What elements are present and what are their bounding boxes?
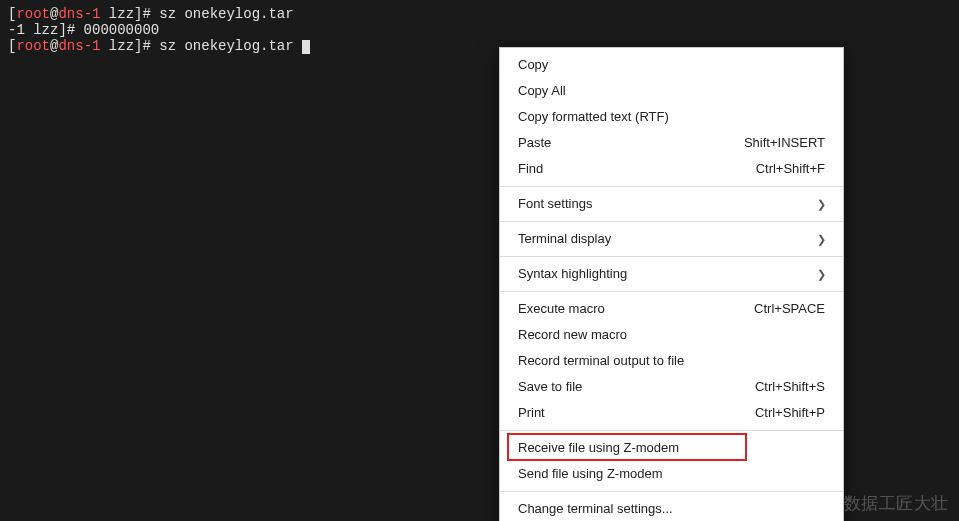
terminal-line: -1 lzz]# 000000000 bbox=[8, 22, 951, 38]
terminal-context-menu: CopyCopy AllCopy formatted text (RTF)Pas… bbox=[499, 47, 844, 521]
menu-separator bbox=[500, 430, 843, 431]
menu-item-label: Record new macro bbox=[518, 322, 825, 348]
menu-item-label: Find bbox=[518, 156, 736, 182]
menu-item-copy-all[interactable]: Copy All bbox=[500, 78, 843, 104]
menu-item-shortcut: Shift+INSERT bbox=[744, 130, 825, 156]
prompt-command: sz onekeylog.tar bbox=[159, 38, 293, 54]
menu-item-shortcut: Ctrl+Shift+P bbox=[755, 400, 825, 426]
prompt-command: sz onekeylog.tar bbox=[159, 6, 293, 22]
menu-item-label: Copy formatted text (RTF) bbox=[518, 104, 825, 130]
menu-item-label: Send file using Z-modem bbox=[518, 461, 825, 487]
chevron-right-icon: ❯ bbox=[817, 226, 825, 252]
chevron-right-icon: ❯ bbox=[817, 261, 825, 287]
menu-item-send-zmodem[interactable]: Send file using Z-modem bbox=[500, 461, 843, 487]
menu-item-label: Record terminal output to file bbox=[518, 348, 825, 374]
cursor bbox=[302, 40, 310, 54]
menu-item-receive-zmodem[interactable]: Receive file using Z-modem bbox=[500, 435, 843, 461]
menu-item-syntax-highlighting[interactable]: Syntax highlighting❯ bbox=[500, 261, 843, 287]
menu-item-copy[interactable]: Copy bbox=[500, 52, 843, 78]
menu-item-font-settings[interactable]: Font settings❯ bbox=[500, 191, 843, 217]
menu-item-label: Paste bbox=[518, 130, 724, 156]
menu-item-paste[interactable]: PasteShift+INSERT bbox=[500, 130, 843, 156]
menu-item-copy-rtf[interactable]: Copy formatted text (RTF) bbox=[500, 104, 843, 130]
menu-item-label: Font settings bbox=[518, 191, 797, 217]
menu-item-find[interactable]: FindCtrl+Shift+F bbox=[500, 156, 843, 182]
menu-item-label: Save to file bbox=[518, 374, 735, 400]
prompt-user: root bbox=[16, 38, 50, 54]
chevron-right-icon: ❯ bbox=[817, 191, 825, 217]
menu-item-label: Print bbox=[518, 400, 735, 426]
prompt-host: dns-1 bbox=[58, 6, 100, 22]
menu-item-label: Change terminal settings... bbox=[518, 496, 825, 521]
menu-item-shortcut: Ctrl+Shift+S bbox=[755, 374, 825, 400]
menu-item-execute-macro[interactable]: Execute macroCtrl+SPACE bbox=[500, 296, 843, 322]
menu-separator bbox=[500, 221, 843, 222]
menu-item-terminal-display[interactable]: Terminal display❯ bbox=[500, 226, 843, 252]
menu-separator bbox=[500, 291, 843, 292]
menu-item-shortcut: Ctrl+SPACE bbox=[754, 296, 825, 322]
menu-separator bbox=[500, 491, 843, 492]
menu-separator bbox=[500, 256, 843, 257]
menu-item-change-terminal-settings[interactable]: Change terminal settings... bbox=[500, 496, 843, 521]
terminal-line: [root@dns-1 lzz]# sz onekeylog.tar bbox=[8, 6, 951, 22]
menu-item-label: Receive file using Z-modem bbox=[518, 435, 825, 461]
menu-item-label: Copy All bbox=[518, 78, 825, 104]
menu-item-label: Copy bbox=[518, 52, 825, 78]
menu-item-save-to-file[interactable]: Save to fileCtrl+Shift+S bbox=[500, 374, 843, 400]
menu-item-record-macro[interactable]: Record new macro bbox=[500, 322, 843, 348]
menu-item-label: Syntax highlighting bbox=[518, 261, 797, 287]
prompt-user: root bbox=[16, 6, 50, 22]
menu-item-label: Execute macro bbox=[518, 296, 734, 322]
menu-separator bbox=[500, 186, 843, 187]
menu-item-record-output[interactable]: Record terminal output to file bbox=[500, 348, 843, 374]
menu-item-label: Terminal display bbox=[518, 226, 797, 252]
menu-item-print[interactable]: PrintCtrl+Shift+P bbox=[500, 400, 843, 426]
prompt-host: dns-1 bbox=[58, 38, 100, 54]
menu-item-shortcut: Ctrl+Shift+F bbox=[756, 156, 825, 182]
